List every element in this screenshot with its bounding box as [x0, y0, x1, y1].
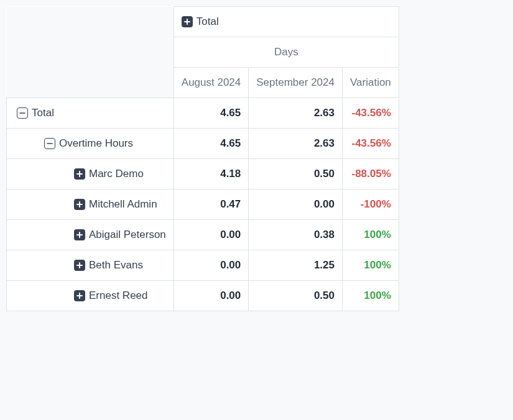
plus-icon [182, 16, 193, 27]
header-stub [7, 7, 174, 37]
cell-value[interactable]: 0.50 [249, 281, 343, 311]
column-group-label: Total [196, 16, 219, 28]
cell-variation[interactable]: -88.05% [342, 159, 399, 189]
row-header[interactable]: Abigail Peterson [7, 220, 174, 250]
cell-value[interactable]: 0.00 [173, 281, 248, 311]
row-header[interactable]: Marc Demo [7, 159, 174, 189]
pivot-row: Marc Demo4.180.50-88.05% [7, 159, 399, 189]
plus-icon [74, 168, 85, 180]
cell-value[interactable]: 0.38 [249, 220, 343, 250]
column-header-sep[interactable]: September 2024 [249, 68, 343, 98]
row-label: Total [32, 107, 54, 119]
column-header-aug[interactable]: August 2024 [173, 68, 248, 98]
header-stub [7, 68, 174, 98]
column-header-variation[interactable]: Variation [342, 68, 399, 98]
cell-variation[interactable]: -43.56% [342, 129, 399, 159]
pivot-row: Overtime Hours4.652.63-43.56% [7, 129, 399, 159]
row-header[interactable]: Ernest Reed [7, 281, 174, 311]
row-label: Marc Demo [89, 168, 144, 180]
cell-value[interactable]: 0.00 [249, 189, 343, 220]
pivot-table: Total Days August 2024 September 2024 Va… [6, 6, 399, 311]
pivot-row: Total4.652.63-43.56% [7, 98, 399, 129]
row-label: Abigail Peterson [89, 229, 166, 241]
plus-icon [74, 290, 85, 301]
row-header[interactable]: Total [7, 98, 174, 129]
pivot-row: Ernest Reed0.000.50100% [7, 281, 399, 311]
row-label: Mitchell Admin [89, 198, 157, 211]
cell-value[interactable]: 4.18 [173, 159, 248, 189]
plus-icon [74, 229, 85, 240]
row-header[interactable]: Mitchell Admin [7, 189, 174, 220]
cell-variation[interactable]: 100% [342, 220, 399, 250]
pivot-row: Beth Evans0.001.25100% [7, 250, 399, 281]
pivot-row: Abigail Peterson0.000.38100% [7, 220, 399, 250]
cell-value[interactable]: 0.50 [249, 159, 343, 189]
row-header[interactable]: Overtime Hours [7, 129, 174, 159]
header-stub [7, 37, 174, 68]
column-super-header: Days [173, 37, 399, 68]
cell-value[interactable]: 0.47 [173, 189, 248, 220]
minus-icon [17, 107, 28, 119]
cell-value[interactable]: 2.63 [249, 98, 343, 129]
cell-value[interactable]: 0.00 [173, 250, 248, 281]
cell-value[interactable]: 2.63 [249, 129, 343, 159]
minus-icon [44, 138, 55, 149]
row-label: Ernest Reed [89, 290, 148, 302]
cell-value[interactable]: 4.65 [173, 98, 248, 129]
plus-icon [74, 199, 85, 210]
cell-value[interactable]: 0.00 [173, 220, 248, 250]
cell-variation[interactable]: 100% [342, 250, 399, 281]
cell-variation[interactable]: 100% [342, 281, 399, 311]
row-label: Overtime Hours [59, 137, 133, 150]
row-header[interactable]: Beth Evans [7, 250, 174, 281]
column-group-total[interactable]: Total [173, 7, 399, 37]
row-label: Beth Evans [89, 259, 143, 272]
plus-icon [74, 260, 85, 271]
cell-variation[interactable]: -43.56% [342, 98, 399, 129]
cell-variation[interactable]: -100% [342, 189, 399, 220]
cell-value[interactable]: 4.65 [173, 129, 248, 159]
cell-value[interactable]: 1.25 [249, 250, 343, 281]
pivot-row: Mitchell Admin0.470.00-100% [7, 189, 399, 220]
